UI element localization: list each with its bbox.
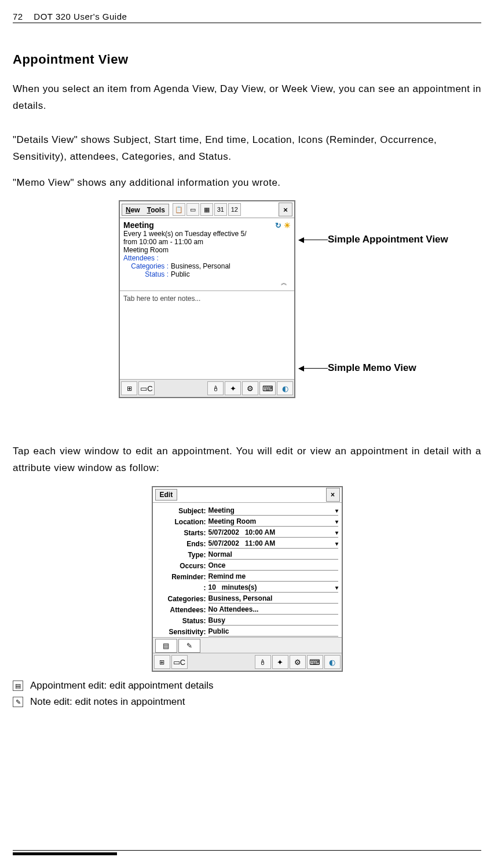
tray-icon-3[interactable]: ⚙ [290,655,306,669]
form-row[interactable]: Subject:Meeting▾ [153,505,342,516]
taskbar: ⊞ ▭C 🕯 ✦ ⚙ ⌨ ◐ [120,379,294,397]
field-value[interactable]: Public [208,627,338,637]
tray-icon-1[interactable]: 🕯 [255,655,271,669]
tray-icon-1[interactable]: 🕯 [207,381,224,395]
edit-close-button[interactable]: × [326,488,340,502]
field-value[interactable]: Once [208,561,338,571]
field-value[interactable]: Meeting▾ [208,506,338,516]
field-label: Categories: [156,595,206,603]
tray-keyboard-icon[interactable]: ⌨ [259,381,276,395]
collapse-chevron-icon[interactable]: ︽ [123,278,291,288]
form-row[interactable]: Categories:Business, Personal [153,593,342,604]
tray-icon-4[interactable]: ◐ [324,655,341,669]
field-label: Reminder: [156,573,206,581]
toolbar-icon-month12[interactable]: 12 [228,203,241,216]
recurrence-text: Every 1 week(s) on Tuesday effective 5/ [123,230,291,238]
field-value[interactable]: 10minutes(s)▾ [208,583,338,593]
form-row[interactable]: Type:Normal [153,549,342,560]
field-label: : [156,584,206,592]
field-value[interactable]: Normal [208,550,338,560]
toolbar-icon-agenda[interactable]: 📋 [173,203,185,216]
start-icon[interactable]: ⊞ [154,655,170,669]
appointment-panel[interactable]: Meeting ↻ ☀ Every 1 week(s) on Tuesday e… [120,218,294,291]
status-value: Public [171,270,190,278]
field-label: Attendees: [156,606,206,614]
form-row[interactable]: Status:Busy [153,615,342,626]
form-row[interactable]: Ends:5/07/200211:00 AM▾ [153,538,342,549]
paragraph-memo-view: "Memo View" shows any additional informa… [13,175,481,192]
memo-panel[interactable]: Tab here to enter notes... [120,291,294,379]
recurrence-icon: ↻ [275,221,281,230]
form-row[interactable]: Occurs:Once [153,560,342,571]
callout-simple-memo: Simple Memo View [299,362,416,374]
field-value[interactable]: 5/07/200210:00 AM▾ [208,528,338,538]
form-row[interactable]: Reminder:Remind me [153,571,342,582]
screenshot-simple-views: New Tools 📋 ▭ ▦ 31 12 × Meeting [13,200,481,443]
appointment-subject: Meeting [123,220,154,230]
tab-appointment-edit-icon[interactable]: ▤ [155,639,177,653]
screenshot-edit-view: Edit × Subject:Meeting▾Location:Meeting … [152,486,343,672]
field-value[interactable]: Meeting Room▾ [208,517,338,527]
footer-accent [13,852,117,855]
tray-icon-2[interactable]: ✦ [225,381,241,395]
field-label: Location: [156,518,206,526]
dropdown-icon[interactable]: ▾ [335,584,338,591]
menu-edit[interactable]: Edit [155,489,178,501]
start-icon[interactable]: ⊞ [121,381,137,395]
dropdown-icon[interactable]: ▾ [335,529,338,536]
dropdown-icon[interactable]: ▾ [335,507,338,514]
taskbar-app-icon[interactable]: ▭C [138,381,155,395]
toolbar-icon-day[interactable]: ▭ [186,203,199,216]
paragraph-edit-intro: Tap each view window to edit an appointm… [13,443,481,477]
form-row[interactable]: Attendees:No Attendees... [153,604,342,615]
form-row[interactable]: Location:Meeting Room▾ [153,516,342,527]
legend-appointment-edit: ▤ Appointment edit: edit appointment det… [13,680,481,692]
tray-icon-4[interactable]: ◐ [277,381,293,395]
field-label: Ends: [156,540,206,548]
guide-title: DOT 320 User's Guide [34,12,127,21]
toolbar-icon-month31[interactable]: 31 [214,203,227,216]
form-row[interactable]: :10minutes(s)▾ [153,582,342,593]
titlebar: New Tools 📋 ▭ ▦ 31 12 × [120,201,294,218]
taskbar-app-icon[interactable]: ▭C [171,655,188,669]
page-header: 72 DOT 320 User's Guide [13,12,481,23]
paragraph-details-view: "Details View" shows Subject, Start time… [13,132,481,165]
categories-value: Business, Personal [171,262,230,270]
edit-taskbar: ⊞ ▭C 🕯 ✦ ⚙ ⌨ ◐ [153,653,342,671]
toolbar-icon-week[interactable]: ▦ [200,203,213,216]
field-value[interactable]: Business, Personal [208,594,338,604]
edit-window: Edit × Subject:Meeting▾Location:Meeting … [152,486,343,672]
edit-titlebar: Edit × [153,487,342,503]
tray-icon-3[interactable]: ⚙ [242,381,258,395]
footer-rule [13,850,481,851]
legend-note-edit: ✎ Note edit: edit notes in appointment [13,696,481,708]
field-value[interactable]: Busy [208,616,338,626]
form-row[interactable]: Sensitivity:Public [153,626,342,637]
memo-placeholder: Tab here to enter notes... [123,295,200,303]
tray-icon-2[interactable]: ✦ [272,655,288,669]
field-label: Sensitivity: [156,628,206,636]
appointment-location: Meeting Room [123,246,291,254]
callout-simple-appointment: Simple Appointment View [299,234,448,245]
tab-note-edit-icon[interactable]: ✎ [178,639,200,653]
menu-new[interactable]: New [122,204,144,215]
field-label: Subject: [156,507,206,515]
form-row[interactable]: Starts:5/07/200210:00 AM▾ [153,527,342,538]
field-value[interactable]: No Attendees... [208,605,338,615]
appointment-edit-icon: ▤ [13,681,23,691]
bottom-tabs: ▤ ✎ [153,637,342,653]
dropdown-icon[interactable]: ▾ [335,540,338,547]
paragraph-intro: When you select an item from Agenda View… [13,81,481,115]
field-value[interactable]: Remind me [208,572,338,582]
field-label: Starts: [156,529,206,537]
close-button[interactable]: × [279,203,292,216]
attendees-label: Attendees : [123,254,291,262]
callout-label-memo: Simple Memo View [328,362,416,374]
field-label: Status: [156,617,206,625]
dropdown-icon[interactable]: ▾ [335,518,338,525]
tray-keyboard-icon[interactable]: ⌨ [307,655,323,669]
time-range: from 10:00 am - 11:00 am [123,238,291,246]
menu-tools[interactable]: Tools [144,204,169,215]
note-edit-icon: ✎ [13,697,23,707]
field-value[interactable]: 5/07/200211:00 AM▾ [208,539,338,549]
